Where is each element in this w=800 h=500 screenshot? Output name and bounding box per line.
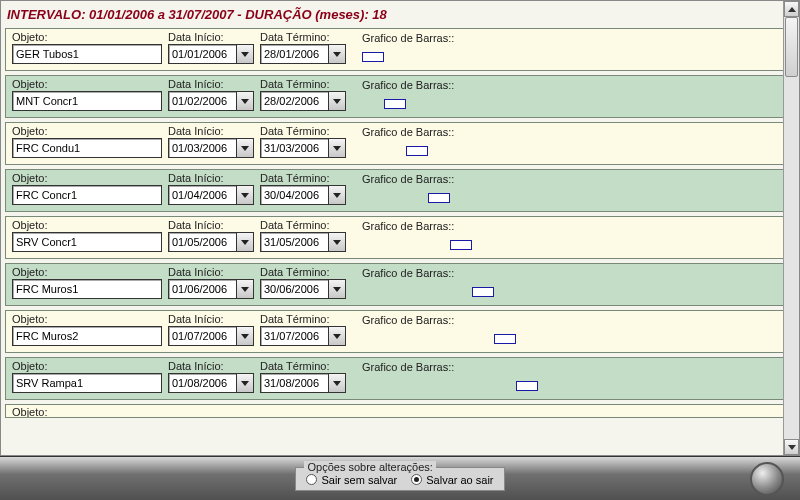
- data-termino-combo[interactable]: [260, 326, 346, 346]
- chevron-down-icon: [333, 240, 341, 245]
- data-termino-combo[interactable]: [260, 185, 346, 205]
- data-inicio-label: Data Início:: [168, 125, 254, 137]
- bar-track: [362, 379, 788, 393]
- chevron-down-icon: [333, 99, 341, 104]
- data-termino-label: Data Término:: [260, 172, 346, 184]
- grafico-label: Grafico de Barras::: [362, 267, 788, 279]
- data-termino-combo[interactable]: [260, 373, 346, 393]
- objeto-input[interactable]: [12, 91, 162, 111]
- objeto-input[interactable]: [12, 326, 162, 346]
- data-termino-combo[interactable]: [260, 138, 346, 158]
- bar-segment: [428, 193, 450, 203]
- chevron-down-icon: [333, 334, 341, 339]
- save-options-title: Opções sobre alterações:: [304, 461, 435, 473]
- scroll-up-button[interactable]: [784, 1, 799, 17]
- data-inicio-input[interactable]: [168, 138, 236, 158]
- dropdown-button[interactable]: [236, 373, 254, 393]
- data-termino-combo[interactable]: [260, 44, 346, 64]
- data-inicio-combo[interactable]: [168, 138, 254, 158]
- bar-track: [362, 50, 788, 64]
- data-inicio-combo[interactable]: [168, 373, 254, 393]
- data-termino-input[interactable]: [260, 373, 328, 393]
- data-inicio-label: Data Início:: [168, 266, 254, 278]
- dropdown-button[interactable]: [328, 91, 346, 111]
- bar-track: [362, 332, 788, 346]
- grafico-label: Grafico de Barras::: [362, 126, 788, 138]
- data-termino-label: Data Término:: [260, 266, 346, 278]
- data-inicio-input[interactable]: [168, 373, 236, 393]
- data-termino-input[interactable]: [260, 44, 328, 64]
- data-inicio-input[interactable]: [168, 232, 236, 252]
- dropdown-button[interactable]: [236, 232, 254, 252]
- bar-segment: [516, 381, 538, 391]
- data-termino-combo[interactable]: [260, 279, 346, 299]
- dropdown-button[interactable]: [328, 326, 346, 346]
- bar-segment: [472, 287, 494, 297]
- data-termino-input[interactable]: [260, 185, 328, 205]
- dropdown-button[interactable]: [236, 326, 254, 346]
- dropdown-button[interactable]: [236, 44, 254, 64]
- radio-exit-without-save[interactable]: Sair sem salvar: [306, 474, 397, 486]
- objeto-input[interactable]: [12, 373, 162, 393]
- bar-track: [362, 191, 788, 205]
- data-inicio-label: Data Início:: [168, 219, 254, 231]
- data-termino-input[interactable]: [260, 232, 328, 252]
- dropdown-button[interactable]: [328, 279, 346, 299]
- data-termino-input[interactable]: [260, 279, 328, 299]
- content-area: INTERVALO: 01/01/2006 a 31/07/2007 - DUR…: [1, 1, 799, 455]
- objeto-input[interactable]: [12, 232, 162, 252]
- dropdown-button[interactable]: [328, 373, 346, 393]
- schedule-row: Objeto: Data Início: Data Término: Grafi…: [5, 28, 795, 71]
- data-termino-combo[interactable]: [260, 91, 346, 111]
- data-inicio-combo[interactable]: [168, 279, 254, 299]
- objeto-input[interactable]: [12, 185, 162, 205]
- objeto-label: Objeto:: [12, 172, 162, 184]
- scroll-thumb[interactable]: [785, 17, 798, 77]
- data-inicio-input[interactable]: [168, 326, 236, 346]
- radio-icon: [411, 474, 422, 485]
- objeto-input[interactable]: [12, 138, 162, 158]
- objeto-label: Objeto:: [12, 266, 162, 278]
- data-inicio-input[interactable]: [168, 44, 236, 64]
- data-termino-input[interactable]: [260, 91, 328, 111]
- data-termino-input[interactable]: [260, 138, 328, 158]
- chevron-down-icon: [333, 52, 341, 57]
- vertical-scrollbar[interactable]: [783, 1, 799, 455]
- data-inicio-combo[interactable]: [168, 232, 254, 252]
- dropdown-button[interactable]: [236, 185, 254, 205]
- objeto-label: Objeto:: [12, 360, 162, 372]
- grafico-label: Grafico de Barras::: [362, 79, 788, 91]
- data-inicio-combo[interactable]: [168, 91, 254, 111]
- bar-track: [362, 144, 788, 158]
- dropdown-button[interactable]: [328, 185, 346, 205]
- data-termino-label: Data Término:: [260, 360, 346, 372]
- data-termino-combo[interactable]: [260, 232, 346, 252]
- data-inicio-combo[interactable]: [168, 326, 254, 346]
- dropdown-button[interactable]: [236, 91, 254, 111]
- dropdown-button[interactable]: [328, 232, 346, 252]
- bar-segment: [450, 240, 472, 250]
- data-inicio-input[interactable]: [168, 91, 236, 111]
- bar-segment: [494, 334, 516, 344]
- radio-save-on-exit[interactable]: Salvar ao sair: [411, 474, 493, 486]
- bar-track: [362, 238, 788, 252]
- dropdown-button[interactable]: [328, 44, 346, 64]
- dropdown-button[interactable]: [236, 138, 254, 158]
- bar-segment: [362, 52, 384, 62]
- schedule-row: Objeto: Data Início: Data Término: Grafi…: [5, 216, 795, 259]
- partial-next-row: Objeto:: [5, 404, 795, 418]
- grafico-label: Grafico de Barras::: [362, 314, 788, 326]
- data-inicio-label: Data Início:: [168, 31, 254, 43]
- data-inicio-combo[interactable]: [168, 185, 254, 205]
- data-inicio-combo[interactable]: [168, 44, 254, 64]
- data-termino-label: Data Término:: [260, 313, 346, 325]
- objeto-input[interactable]: [12, 279, 162, 299]
- dropdown-button[interactable]: [236, 279, 254, 299]
- objeto-input[interactable]: [12, 44, 162, 64]
- data-inicio-input[interactable]: [168, 279, 236, 299]
- data-termino-input[interactable]: [260, 326, 328, 346]
- scroll-down-button[interactable]: [784, 439, 799, 455]
- dropdown-button[interactable]: [328, 138, 346, 158]
- data-inicio-input[interactable]: [168, 185, 236, 205]
- objeto-label: Objeto:: [12, 125, 162, 137]
